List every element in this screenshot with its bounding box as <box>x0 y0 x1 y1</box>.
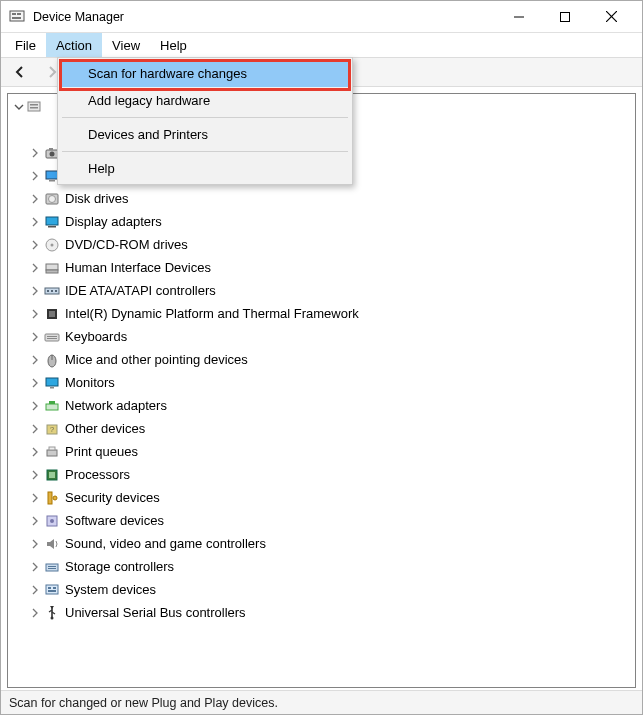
expander-icon[interactable] <box>28 238 42 252</box>
svg-rect-52 <box>48 566 56 567</box>
svg-rect-15 <box>49 148 53 150</box>
tree-node[interactable]: System devices <box>8 578 635 601</box>
tree-node[interactable]: IDE ATA/ATAPI controllers <box>8 279 635 302</box>
tree-node[interactable]: Network adapters <box>8 394 635 417</box>
expander-icon[interactable] <box>12 100 26 114</box>
expander-icon[interactable] <box>28 353 42 367</box>
svg-rect-55 <box>48 587 51 589</box>
tree-node[interactable]: Intel(R) Dynamic Platform and Thermal Fr… <box>8 302 635 325</box>
svg-point-50 <box>50 519 54 523</box>
title-bar: Device Manager <box>1 1 642 33</box>
svg-rect-1 <box>12 13 16 15</box>
close-button[interactable] <box>588 2 634 32</box>
mouse-icon <box>43 351 61 369</box>
expander-icon[interactable] <box>28 491 42 505</box>
tree-node[interactable]: Sound, video and game controllers <box>8 532 635 555</box>
menu-help[interactable]: Help <box>150 33 197 57</box>
tree-node-label: Intel(R) Dynamic Platform and Thermal Fr… <box>65 306 359 321</box>
expander-icon[interactable] <box>28 468 42 482</box>
svg-rect-53 <box>48 568 56 569</box>
tree-node-label: System devices <box>65 582 156 597</box>
expander-icon[interactable] <box>28 422 42 436</box>
tree-node[interactable]: Print queues <box>8 440 635 463</box>
menu-action[interactable]: Action <box>46 33 102 57</box>
disk-icon <box>43 190 61 208</box>
hid-icon <box>43 259 61 277</box>
menu-item-add-legacy[interactable]: Add legacy hardware <box>60 87 350 114</box>
svg-rect-5 <box>561 12 570 21</box>
expander-icon[interactable] <box>28 261 42 275</box>
expander-icon[interactable] <box>28 537 42 551</box>
svg-rect-56 <box>53 587 56 589</box>
svg-rect-38 <box>50 387 54 389</box>
expander-icon[interactable] <box>28 307 42 321</box>
svg-rect-27 <box>47 290 49 292</box>
software-device-icon <box>43 512 61 530</box>
tree-node[interactable]: Processors <box>8 463 635 486</box>
tree-node-label: Sound, video and game controllers <box>65 536 266 551</box>
tree-node-label: Mice and other pointing devices <box>65 352 248 367</box>
tree-node[interactable]: ?Other devices <box>8 417 635 440</box>
maximize-button[interactable] <box>542 2 588 32</box>
tree-node[interactable]: Human Interface Devices <box>8 256 635 279</box>
back-button[interactable] <box>7 60 33 84</box>
window-title: Device Manager <box>33 10 496 24</box>
menu-item-help[interactable]: Help <box>60 155 350 182</box>
svg-rect-0 <box>10 11 24 21</box>
svg-rect-8 <box>28 102 40 111</box>
svg-point-58 <box>51 616 54 619</box>
tree-node[interactable]: Security devices <box>8 486 635 509</box>
menu-item-scan-hardware[interactable]: Scan for hardware changes <box>60 60 350 87</box>
tree-node-label: Processors <box>65 467 130 482</box>
expander-icon[interactable] <box>28 169 42 183</box>
svg-point-23 <box>51 243 54 246</box>
tree-node-label: Disk drives <box>65 191 129 206</box>
svg-rect-17 <box>49 180 55 182</box>
tree-node[interactable]: Mice and other pointing devices <box>8 348 635 371</box>
tree-node[interactable]: Display adapters <box>8 210 635 233</box>
tree-node-label: Other devices <box>65 421 145 436</box>
svg-point-19 <box>49 195 56 202</box>
expander-icon[interactable] <box>28 514 42 528</box>
svg-rect-20 <box>46 217 58 225</box>
tree-node-label: Keyboards <box>65 329 127 344</box>
expander-icon[interactable] <box>28 399 42 413</box>
expander-icon[interactable] <box>28 284 42 298</box>
tree-node[interactable]: Software devices <box>8 509 635 532</box>
tree-node-label: Storage controllers <box>65 559 174 574</box>
tree-node[interactable]: Monitors <box>8 371 635 394</box>
expander-icon[interactable] <box>28 192 42 206</box>
monitor-icon <box>43 374 61 392</box>
tree-node-label: Network adapters <box>65 398 167 413</box>
expander-icon[interactable] <box>28 560 42 574</box>
tree-node-label: Human Interface Devices <box>65 260 211 275</box>
menu-file[interactable]: File <box>5 33 46 57</box>
expander-icon[interactable] <box>28 376 42 390</box>
menu-view[interactable]: View <box>102 33 150 57</box>
expander-icon[interactable] <box>28 583 42 597</box>
status-bar: Scan for changed or new Plug and Play de… <box>1 690 642 714</box>
chip-icon <box>43 305 61 323</box>
expander-icon[interactable] <box>28 146 42 160</box>
other-device-icon: ? <box>43 420 61 438</box>
tree-node[interactable]: Universal Serial Bus controllers <box>8 601 635 624</box>
storage-icon <box>43 558 61 576</box>
keyboard-icon <box>43 328 61 346</box>
menu-item-devices-printers[interactable]: Devices and Printers <box>60 121 350 148</box>
svg-rect-2 <box>17 13 21 15</box>
svg-rect-31 <box>49 311 55 317</box>
tree-node[interactable]: DVD/CD-ROM drives <box>8 233 635 256</box>
svg-point-14 <box>50 151 55 156</box>
expander-icon[interactable] <box>28 215 42 229</box>
expander-icon[interactable] <box>28 330 42 344</box>
minimize-button[interactable] <box>496 2 542 32</box>
tree-node[interactable]: Keyboards <box>8 325 635 348</box>
tree-node[interactable]: Storage controllers <box>8 555 635 578</box>
tree-node-label: Print queues <box>65 444 138 459</box>
svg-rect-32 <box>45 334 59 341</box>
expander-icon[interactable] <box>28 606 42 620</box>
computer-root-icon <box>26 99 42 115</box>
expander-icon[interactable] <box>28 445 42 459</box>
tree-node[interactable]: Disk drives <box>8 187 635 210</box>
svg-rect-25 <box>46 270 58 273</box>
